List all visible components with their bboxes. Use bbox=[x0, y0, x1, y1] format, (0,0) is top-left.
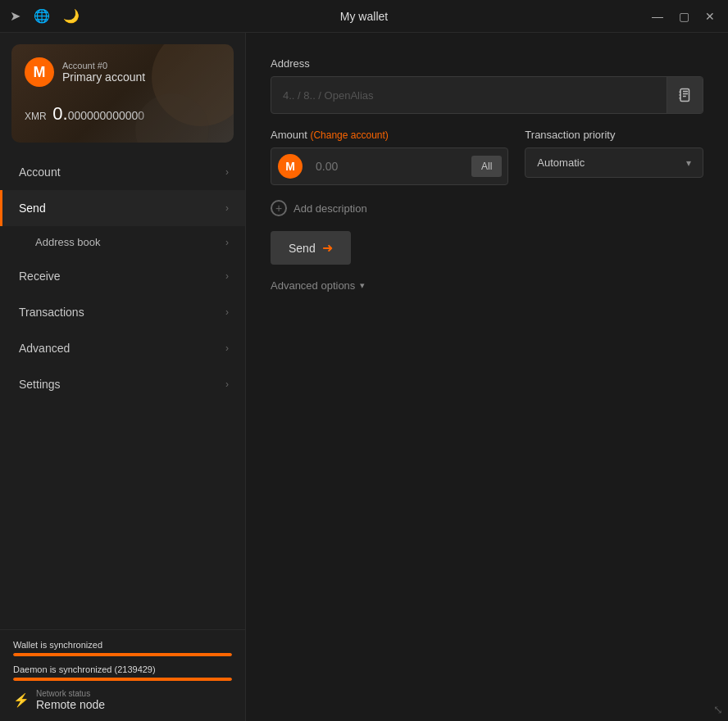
main-layout: M Account #0 Primary account XMR 0.00000… bbox=[0, 33, 728, 721]
send-arrow-icon: ➜ bbox=[322, 240, 333, 256]
moon-icon[interactable]: 🌙 bbox=[63, 8, 80, 24]
resize-handle[interactable]: ⤡ bbox=[713, 703, 723, 716]
account-header: M Account #0 Primary account bbox=[25, 57, 221, 87]
sidebar-item-settings-label: Settings bbox=[19, 378, 61, 391]
close-button[interactable]: ✕ bbox=[702, 10, 718, 23]
account-info: Account #0 Primary account bbox=[62, 61, 145, 84]
sidebar-item-advanced[interactable]: Advanced › bbox=[0, 330, 245, 366]
all-button[interactable]: All bbox=[471, 156, 502, 177]
balance-currency: XMR bbox=[25, 111, 47, 122]
chevron-icon: › bbox=[225, 342, 229, 354]
sidebar-item-account-label: Account bbox=[19, 166, 61, 179]
plus-icon: + bbox=[271, 200, 287, 216]
account-number: Account #0 bbox=[62, 61, 145, 70]
amount-input[interactable] bbox=[309, 152, 466, 181]
monero-logo: M bbox=[25, 57, 54, 87]
wallet-sync-bar bbox=[13, 653, 232, 656]
minimize-button[interactable]: — bbox=[649, 10, 666, 23]
sidebar-item-transactions[interactable]: Transactions › bbox=[0, 294, 245, 330]
address-input-wrapper bbox=[271, 76, 703, 114]
nav-list: Account › Send › Address book › Receive … bbox=[0, 154, 245, 629]
daemon-sync-fill bbox=[13, 678, 232, 681]
change-account-link[interactable]: (Change account) bbox=[310, 129, 388, 141]
chevron-icon: › bbox=[225, 306, 229, 318]
daemon-sync-label: Daemon is synchronized (2139429) bbox=[13, 664, 232, 674]
account-card[interactable]: M Account #0 Primary account XMR 0.00000… bbox=[11, 44, 234, 143]
sidebar-item-advanced-label: Advanced bbox=[19, 342, 70, 355]
network-text: Network status Remote node bbox=[36, 689, 105, 711]
content-area: Address bbox=[246, 33, 728, 721]
chevron-icon: › bbox=[225, 270, 229, 282]
priority-section: Transaction priority Automatic ▾ bbox=[525, 129, 703, 178]
bolt-icon: ⚡ bbox=[13, 692, 30, 708]
sidebar-item-account[interactable]: Account › bbox=[0, 154, 245, 190]
send-button[interactable]: Send ➜ bbox=[271, 231, 351, 265]
sidebar-item-address-book[interactable]: Address book › bbox=[0, 226, 245, 258]
titlebar: ➤ 🌐 🌙 My wallet — ▢ ✕ bbox=[0, 0, 728, 33]
sidebar-item-receive-label: Receive bbox=[19, 270, 61, 283]
monero-icon-small: M bbox=[278, 154, 303, 179]
balance-decimal: 000000000000 bbox=[68, 109, 144, 122]
dropdown-arrow-icon: ▾ bbox=[686, 157, 691, 169]
advanced-chevron-icon: ▾ bbox=[360, 280, 365, 291]
sidebar-item-settings[interactable]: Settings › bbox=[0, 366, 245, 402]
account-balance: XMR 0.000000000000 bbox=[25, 103, 221, 125]
maximize-button[interactable]: ▢ bbox=[676, 10, 692, 23]
advanced-options-label: Advanced options bbox=[271, 279, 355, 292]
wallet-sync-fill bbox=[13, 653, 232, 656]
priority-select[interactable]: Automatic ▾ bbox=[525, 147, 703, 178]
account-name: Primary account bbox=[62, 70, 145, 84]
chevron-icon: › bbox=[225, 379, 229, 390]
amount-section: Amount (Change account) M All bbox=[271, 129, 508, 185]
sidebar-footer: Wallet is synchronized Daemon is synchro… bbox=[0, 629, 245, 721]
advanced-options-toggle[interactable]: Advanced options ▾ bbox=[271, 279, 703, 292]
wallet-sync-label: Wallet is synchronized bbox=[13, 640, 232, 650]
titlebar-left: ➤ 🌐 🌙 bbox=[10, 8, 80, 24]
address-label: Address bbox=[271, 57, 703, 70]
sidebar-item-send-label: Send bbox=[19, 202, 46, 215]
sidebar-item-receive[interactable]: Receive › bbox=[0, 258, 245, 294]
chevron-icon: › bbox=[225, 237, 229, 248]
sidebar-item-send[interactable]: Send › bbox=[0, 190, 245, 226]
balance-integer: 0. bbox=[52, 103, 67, 124]
add-description-button[interactable]: + Add description bbox=[271, 200, 703, 216]
window-title: My wallet bbox=[340, 10, 388, 23]
daemon-sync-bar bbox=[13, 678, 232, 681]
network-status: ⚡ Network status Remote node bbox=[13, 689, 232, 711]
send-button-label: Send bbox=[289, 242, 316, 255]
sidebar: M Account #0 Primary account XMR 0.00000… bbox=[0, 33, 246, 721]
chevron-icon: › bbox=[225, 166, 229, 178]
network-status-value: Remote node bbox=[36, 698, 105, 711]
address-book-button[interactable] bbox=[667, 77, 703, 113]
amount-input-wrapper: M All bbox=[271, 147, 508, 185]
globe-icon[interactable]: 🌐 bbox=[34, 8, 50, 24]
add-description-label: Add description bbox=[293, 202, 367, 215]
priority-label: Transaction priority bbox=[525, 129, 703, 141]
arrow-icon[interactable]: ➤ bbox=[10, 8, 20, 24]
sidebar-item-address-book-label: Address book bbox=[35, 236, 101, 248]
priority-value: Automatic bbox=[537, 156, 585, 169]
chevron-icon: › bbox=[225, 202, 229, 214]
sidebar-item-transactions-label: Transactions bbox=[19, 306, 84, 319]
address-input[interactable] bbox=[271, 81, 667, 110]
amount-priority-row: Amount (Change account) M All Transactio… bbox=[271, 129, 703, 185]
window-controls: — ▢ ✕ bbox=[649, 10, 718, 23]
amount-label: Amount (Change account) bbox=[271, 129, 508, 141]
address-section: Address bbox=[271, 57, 703, 114]
network-status-label: Network status bbox=[36, 689, 105, 698]
